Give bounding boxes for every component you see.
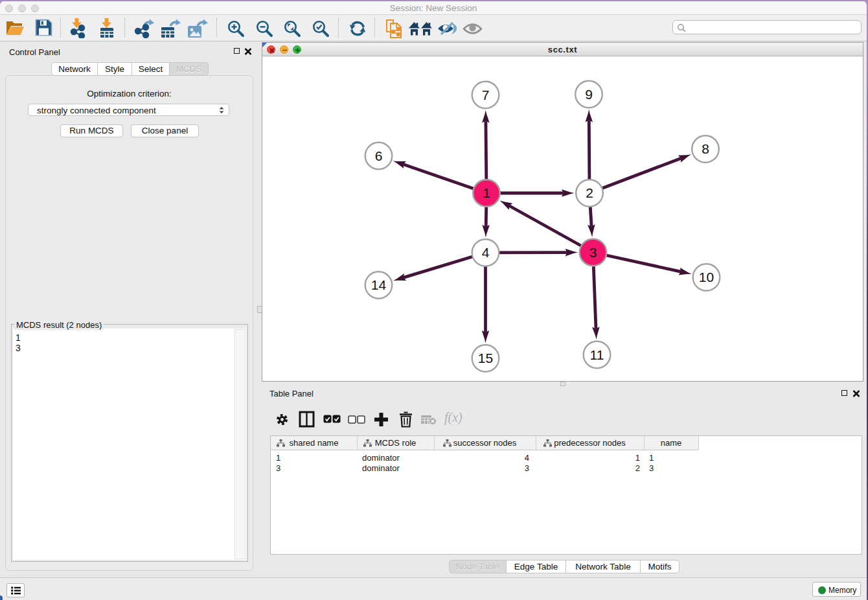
svg-text:15: 15 [478,351,493,365]
svg-text:10: 10 [699,270,714,284]
svg-text:11: 11 [590,347,604,362]
svg-text:9: 9 [585,87,593,102]
svg-text:2: 2 [586,185,593,200]
svg-text:8: 8 [702,141,709,156]
svg-text:4: 4 [482,245,490,260]
svg-text:1: 1 [483,185,490,200]
svg-text:6: 6 [375,148,383,163]
svg-text:3: 3 [589,245,597,260]
svg-text:7: 7 [482,87,490,102]
svg-text:14: 14 [371,277,387,292]
